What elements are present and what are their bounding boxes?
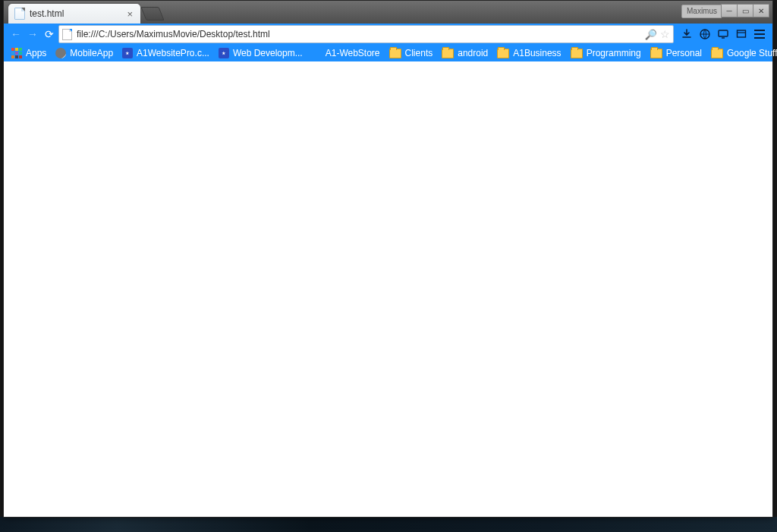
folder-icon xyxy=(497,49,509,58)
toolbar: ← → ⟳ file:///C:/Users/MaximusMovie/Desk… xyxy=(4,24,772,45)
bookmark-a1webstore[interactable]: A1-WebStore xyxy=(322,46,383,61)
bookmark-star-icon[interactable]: ☆ xyxy=(660,28,670,40)
folder-icon xyxy=(711,49,723,58)
bookmark-label: Programming xyxy=(587,48,641,58)
page-icon xyxy=(62,29,72,40)
tab-title: test.html xyxy=(30,8,121,19)
extension-download-icon[interactable] xyxy=(678,26,695,42)
search-icon[interactable]: 🔍 xyxy=(645,29,657,40)
bookmark-folder-clients[interactable]: Clients xyxy=(386,46,436,61)
bookmarks-bar: Apps MobileApp ⋆ A1WebsitePro.c... ⋆ Web… xyxy=(4,45,772,61)
titlebar: test.html × Maximus ─ ▭ ✕ xyxy=(4,1,772,24)
folder-icon xyxy=(442,49,454,58)
forward-button[interactable]: → xyxy=(25,27,40,42)
bookmark-label: Personal xyxy=(666,48,702,58)
bookmark-folder-googlestuff[interactable]: Google Stuff xyxy=(708,46,777,61)
hamburger-menu-button[interactable] xyxy=(751,26,768,42)
url-text: file:///C:/Users/MaximusMovie/Desktop/te… xyxy=(77,29,645,39)
omnibox-actions: 🔍 ☆ xyxy=(645,28,670,40)
back-button[interactable]: ← xyxy=(8,27,24,42)
extension-globe-icon[interactable] xyxy=(697,26,713,42)
bookmark-label: A1WebsitePro.c... xyxy=(137,48,209,58)
browser-window: test.html × Maximus ─ ▭ ✕ ← → ⟳ file:///… xyxy=(3,0,773,518)
page-content xyxy=(4,61,772,517)
bookmark-label: Clients xyxy=(405,48,433,58)
bookmark-mobileapp[interactable]: MobileApp xyxy=(52,46,116,61)
bookmark-a1websitepro[interactable]: ⋆ A1WebsitePro.c... xyxy=(119,46,212,61)
svg-rect-1 xyxy=(719,30,728,36)
bookmark-folder-personal[interactable]: Personal xyxy=(647,46,705,61)
site-badge-icon: ⋆ xyxy=(122,48,133,58)
bookmark-folder-android[interactable]: android xyxy=(439,46,491,61)
new-tab-button[interactable] xyxy=(140,7,164,20)
apps-grid-icon xyxy=(11,48,22,58)
address-bar[interactable]: file:///C:/Users/MaximusMovie/Desktop/te… xyxy=(58,25,674,43)
desktop-background xyxy=(0,517,777,532)
browser-tab[interactable]: test.html × xyxy=(8,4,140,24)
maximus-badge: Maximus xyxy=(681,5,722,18)
extension-screen-icon[interactable] xyxy=(715,26,731,42)
minimize-button[interactable]: ─ xyxy=(721,4,738,17)
globe-icon xyxy=(55,48,66,58)
file-icon xyxy=(14,8,25,20)
svg-rect-2 xyxy=(738,30,746,37)
folder-icon xyxy=(571,49,583,58)
site-badge-icon: ⋆ xyxy=(219,48,229,58)
window-controls: ─ ▭ ✕ xyxy=(721,4,769,17)
maximize-button[interactable]: ▭ xyxy=(738,4,753,17)
apps-label: Apps xyxy=(26,48,46,58)
folder-icon xyxy=(389,49,401,58)
close-tab-icon[interactable]: × xyxy=(125,9,134,19)
close-window-button[interactable]: ✕ xyxy=(753,4,769,17)
bookmark-label: A1-WebStore xyxy=(326,48,380,58)
bookmark-folder-a1business[interactable]: A1Business xyxy=(494,46,564,61)
bookmark-label: android xyxy=(458,48,488,58)
extension-window-icon[interactable] xyxy=(733,26,750,42)
extension-icons xyxy=(678,26,750,42)
apps-shortcut[interactable]: Apps xyxy=(8,46,49,61)
bookmark-webdevelopment[interactable]: ⋆ Web Developm... xyxy=(215,46,306,61)
folder-icon xyxy=(650,49,662,58)
bookmark-label: Web Developm... xyxy=(233,48,303,58)
bookmark-label: A1Business xyxy=(513,48,561,58)
bookmark-folder-programming[interactable]: Programming xyxy=(568,46,644,61)
bookmark-label: MobileApp xyxy=(70,48,113,58)
bookmark-label: Google Stuff xyxy=(727,48,777,58)
reload-button[interactable]: ⟳ xyxy=(42,27,57,42)
